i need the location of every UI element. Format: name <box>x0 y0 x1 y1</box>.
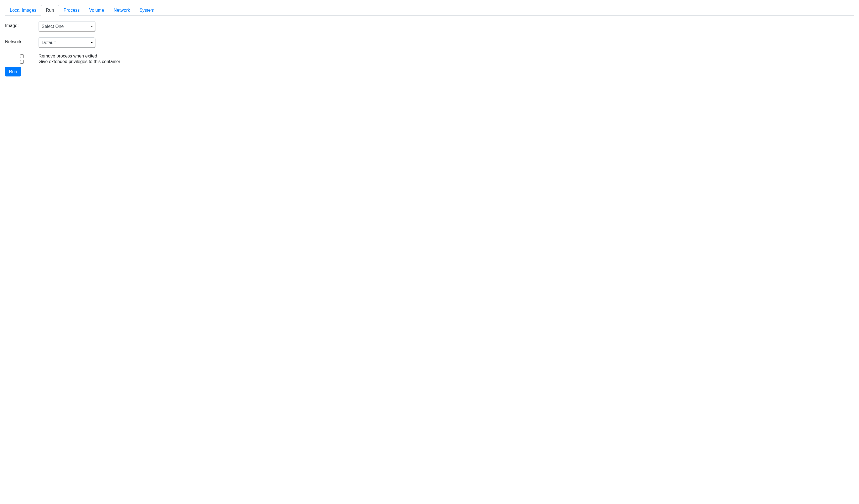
tab-nav: Local Images Run Process Volume Network … <box>5 5 854 16</box>
privileged-checkbox[interactable] <box>20 60 24 64</box>
network-label: Network: <box>5 37 39 44</box>
tab-system[interactable]: System <box>135 5 159 16</box>
network-row: Network: Default <box>5 37 854 47</box>
tab-volume[interactable]: Volume <box>84 5 109 16</box>
remove-process-label: Remove process when exited <box>39 53 97 59</box>
tab-network[interactable]: Network <box>109 5 135 16</box>
tab-local-images[interactable]: Local Images <box>5 5 41 16</box>
image-label: Image: <box>5 21 39 28</box>
image-select[interactable]: Select One <box>39 21 95 31</box>
tab-process[interactable]: Process <box>59 5 85 16</box>
run-button[interactable]: Run <box>5 67 21 77</box>
privileged-row: Give extended privileges to this contain… <box>5 59 854 64</box>
privileged-label: Give extended privileges to this contain… <box>39 59 120 64</box>
remove-process-checkbox[interactable] <box>20 54 24 58</box>
remove-process-row: Remove process when exited <box>5 53 854 59</box>
network-select[interactable]: Default <box>39 37 95 47</box>
tab-run[interactable]: Run <box>41 5 59 16</box>
image-row: Image: Select One <box>5 21 854 31</box>
